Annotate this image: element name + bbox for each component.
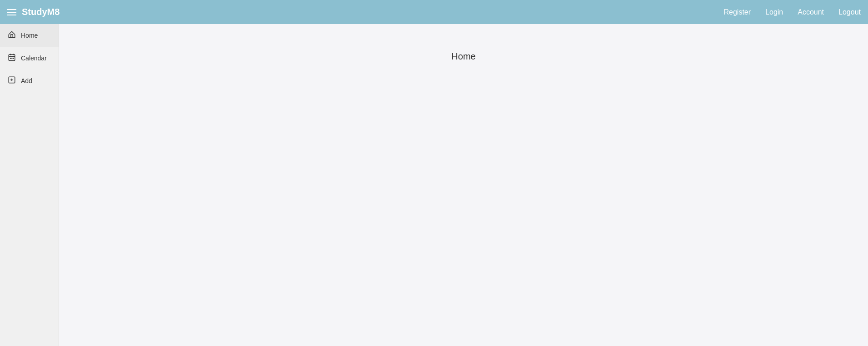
svg-rect-5 (11, 58, 12, 59)
sidebar-item-add-label: Add (21, 77, 32, 84)
logout-link[interactable]: Logout (838, 8, 861, 16)
add-icon (7, 76, 16, 86)
svg-rect-4 (10, 58, 11, 59)
register-link[interactable]: Register (724, 8, 751, 16)
sidebar-item-add[interactable]: Add (0, 69, 59, 92)
main-content: Home (59, 24, 868, 346)
svg-rect-6 (13, 58, 14, 59)
sidebar: Home Calendar (0, 24, 59, 346)
main-layout: Home Calendar (0, 24, 868, 346)
menu-icon[interactable] (7, 9, 16, 15)
calendar-icon (7, 53, 16, 63)
login-link[interactable]: Login (765, 8, 783, 16)
home-icon (7, 30, 16, 40)
sidebar-item-home[interactable]: Home (0, 24, 59, 47)
app-brand: StudyM8 (22, 7, 724, 17)
sidebar-item-calendar[interactable]: Calendar (0, 47, 59, 69)
sidebar-item-calendar-label: Calendar (21, 54, 47, 62)
page-title: Home (451, 51, 475, 62)
svg-rect-0 (9, 54, 15, 61)
navbar: StudyM8 Register Login Account Logout (0, 0, 868, 24)
navbar-links: Register Login Account Logout (724, 8, 861, 16)
sidebar-item-home-label: Home (21, 32, 38, 39)
account-link[interactable]: Account (798, 8, 824, 16)
